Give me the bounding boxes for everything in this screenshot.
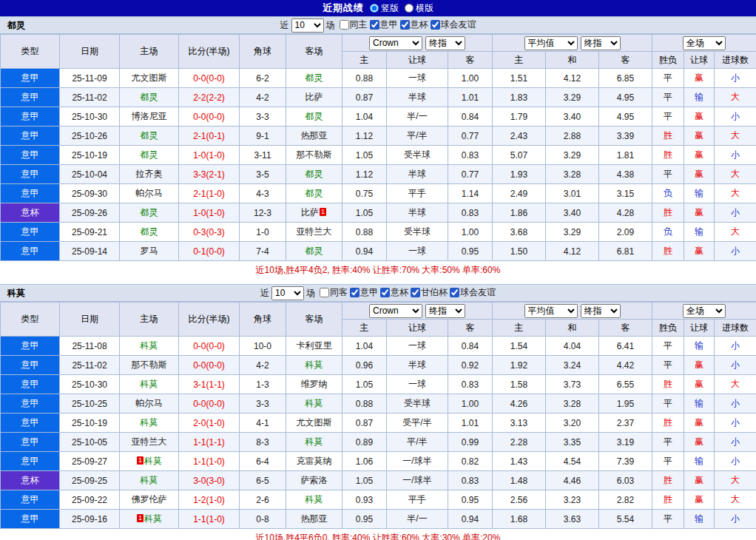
away-team-name[interactable]: 科莫 <box>306 436 323 447</box>
odds-time-select[interactable]: 终指 <box>425 36 465 50</box>
away-team-name[interactable]: 都灵 <box>306 188 323 198</box>
filter-checkbox[interactable]: 意杯 <box>400 18 428 31</box>
match-count-select[interactable]: 10 <box>291 18 324 33</box>
score-cell[interactable]: 0-3(0-3) <box>179 223 240 242</box>
home-team-name[interactable]: 佛罗伦萨 <box>132 494 167 504</box>
filter-checkbox-input[interactable] <box>450 288 459 297</box>
filter-checkbox[interactable]: 意杯 <box>380 286 408 299</box>
filter-checkbox[interactable]: 球会友谊 <box>431 18 476 31</box>
layout-radio-vertical[interactable]: 竖版 <box>370 2 399 15</box>
score-cell[interactable]: 3-3(2-1) <box>179 165 240 184</box>
filter-checkbox[interactable]: 同客 <box>320 286 348 299</box>
home-team-name[interactable]: 罗马 <box>141 246 158 256</box>
corner-cell: 4-2 <box>240 356 286 375</box>
away-team-name[interactable]: 都灵 <box>306 169 323 179</box>
home-team-name[interactable]: 那不勒斯 <box>132 360 167 370</box>
score-cell[interactable]: 2-0(1-0) <box>179 414 240 433</box>
scope-select[interactable]: 全场 <box>683 36 726 50</box>
filter-checkbox-input[interactable] <box>370 20 379 30</box>
away-team-name[interactable]: 尤文图斯 <box>297 417 332 428</box>
horizontal-radio-input[interactable] <box>405 4 414 13</box>
col-avg-draw: 和 <box>546 320 599 337</box>
home-team-name[interactable]: 科莫 <box>141 340 158 351</box>
score-cell[interactable]: 1-2(1-0) <box>179 490 240 510</box>
away-team-name[interactable]: 比萨 <box>306 92 323 102</box>
home-team-name[interactable]: 科莫 <box>144 513 162 524</box>
filter-checkbox-input[interactable] <box>350 288 360 297</box>
home-team-name[interactable]: 科莫 <box>141 475 158 485</box>
home-team-name[interactable]: 都灵 <box>141 149 158 160</box>
scope-select[interactable]: 全场 <box>683 304 726 318</box>
score-cell[interactable]: 0-0(0-0) <box>179 69 240 88</box>
away-team-name[interactable]: 科莫 <box>306 398 323 408</box>
bookmaker-select[interactable]: Crown <box>369 36 422 50</box>
score-cell[interactable]: 1-0(1-0) <box>179 146 240 165</box>
goals-cell: 大 <box>715 223 756 242</box>
home-team-name[interactable]: 拉齐奥 <box>136 169 163 179</box>
home-team-name[interactable]: 博洛尼亚 <box>132 111 167 121</box>
away-team-name[interactable]: 比萨 <box>301 207 319 217</box>
avg-type-select[interactable]: 平均值 <box>524 36 578 50</box>
score-cell[interactable]: 3-1(1-1) <box>179 375 240 394</box>
away-team-name[interactable]: 都灵 <box>306 72 323 83</box>
vertical-radio-input[interactable] <box>370 4 379 13</box>
home-team-name[interactable]: 科莫 <box>141 417 158 428</box>
away-team-name[interactable]: 萨索洛 <box>301 475 328 485</box>
filter-checkbox-input[interactable] <box>320 288 329 297</box>
score-cell[interactable]: 1-1(1-1) <box>179 433 240 452</box>
avg-time-select[interactable]: 终指 <box>581 36 621 50</box>
odds-time-select[interactable]: 终指 <box>425 304 465 318</box>
away-team-name[interactable]: 热那亚 <box>301 130 328 141</box>
filter-checkbox-input[interactable] <box>431 20 440 30</box>
score-cell[interactable]: 0-0(0-0) <box>179 394 240 414</box>
layout-radio-horizontal[interactable]: 横版 <box>405 2 433 15</box>
score-cell[interactable]: 1-1(1-0) <box>179 452 240 471</box>
filter-checkbox-input[interactable] <box>411 288 420 297</box>
match-count-select[interactable]: 10 <box>271 286 304 300</box>
score-cell[interactable]: 0-1(0-0) <box>179 242 240 261</box>
home-team-name[interactable]: 亚特兰大 <box>132 436 167 447</box>
filter-checkbox-input[interactable] <box>400 20 410 30</box>
away-team-name[interactable]: 科莫 <box>306 494 323 504</box>
filter-checkbox-input[interactable] <box>340 20 349 30</box>
away-team-name[interactable]: 亚特兰大 <box>297 226 332 237</box>
filter-checkbox[interactable]: 意甲 <box>370 18 398 31</box>
score-cell[interactable]: 2-2(2-2) <box>179 88 240 107</box>
score-cell[interactable]: 3-0(3-0) <box>179 471 240 490</box>
filter-checkbox-input[interactable] <box>380 288 390 297</box>
away-team-name[interactable]: 克雷莫纳 <box>297 456 332 466</box>
filter-checkbox[interactable]: 球会友谊 <box>450 286 496 299</box>
away-team-name[interactable]: 都灵 <box>306 246 323 256</box>
score-cell[interactable]: 1-0(1-0) <box>179 203 240 223</box>
home-team-name[interactable]: 都灵 <box>141 92 158 102</box>
score-cell[interactable]: 1-1(1-0) <box>179 510 240 529</box>
away-team-name[interactable]: 卡利亚里 <box>297 340 332 351</box>
score-cell[interactable]: 0-0(0-0) <box>179 337 240 356</box>
home-team-name[interactable]: 帕尔马 <box>136 188 163 198</box>
home-team-name[interactable]: 帕尔马 <box>136 398 163 408</box>
home-team-cell: 都灵 <box>120 88 179 107</box>
away-team-name[interactable]: 都灵 <box>306 111 323 121</box>
home-team-name[interactable]: 尤文图斯 <box>132 72 167 83</box>
score-cell[interactable]: 0-0(0-0) <box>179 107 240 126</box>
score-cell[interactable]: 0-0(0-0) <box>179 356 240 375</box>
home-team-name[interactable]: 都灵 <box>141 130 158 141</box>
away-team-name[interactable]: 热那亚 <box>301 513 328 524</box>
score-cell[interactable]: 2-1(0-1) <box>179 126 240 146</box>
home-team-name[interactable]: 都灵 <box>141 226 158 237</box>
away-team-name[interactable]: 维罗纳 <box>301 379 328 389</box>
avg-time-select[interactable]: 终指 <box>581 304 621 318</box>
filter-checkbox[interactable]: 甘伯杯 <box>411 286 448 299</box>
away-team-name[interactable]: 科莫 <box>306 360 323 370</box>
away-team-name[interactable]: 那不勒斯 <box>297 149 332 160</box>
home-team-name[interactable]: 都灵 <box>141 207 158 217</box>
score-cell[interactable]: 2-1(1-0) <box>179 184 240 203</box>
league-label: 意杯 <box>21 475 39 485</box>
result-cell: 负 <box>652 223 684 242</box>
home-team-name[interactable]: 科莫 <box>141 379 158 389</box>
filter-checkbox[interactable]: 意甲 <box>350 286 378 299</box>
filter-checkbox[interactable]: 同主 <box>340 18 368 31</box>
avg-type-select[interactable]: 平均值 <box>524 304 578 318</box>
home-team-name[interactable]: 科莫 <box>144 456 162 466</box>
bookmaker-select[interactable]: Crown <box>369 304 422 318</box>
